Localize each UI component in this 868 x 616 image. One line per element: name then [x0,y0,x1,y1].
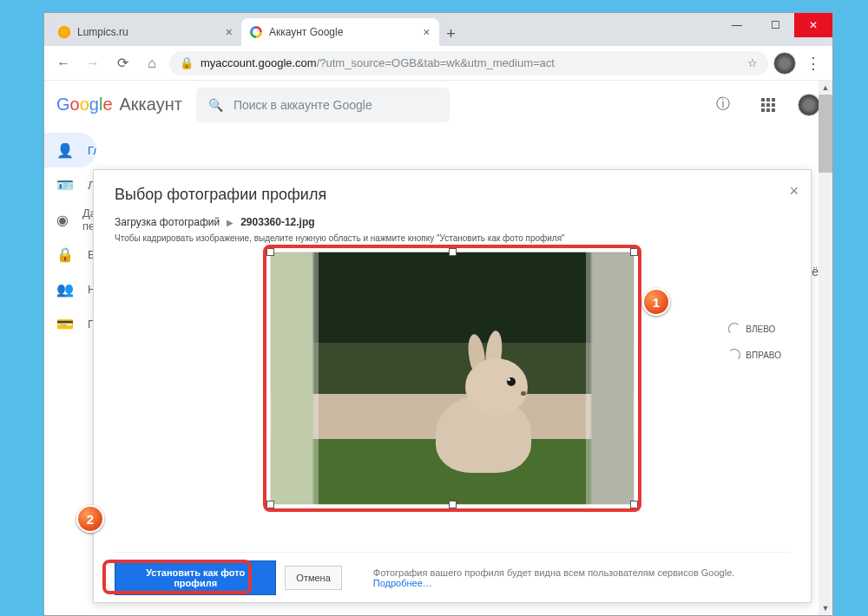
profile-photo-dialog: × Выбор фотографии профиля Загрузка фото… [93,169,812,603]
crop-handle-br[interactable] [630,501,638,508]
back-button[interactable]: ← [51,51,76,75]
scroll-thumb[interactable] [819,95,832,173]
reload-button[interactable]: ⟳ [110,51,135,75]
window-controls: — ☐ ✕ [718,13,832,37]
bookmark-icon[interactable]: ☆ [747,56,758,69]
id-card-icon: 🪪 [56,177,74,193]
lock-icon: 🔒 [180,56,194,69]
tab-lumpics[interactable]: Lumpics.ru × [49,18,241,46]
apps-button[interactable] [753,89,784,121]
account-search[interactable]: 🔍 Поиск в аккаунте Google [196,88,450,122]
rotate-left-icon [728,323,740,335]
lock-icon: 🔒 [56,246,74,263]
scroll-up-icon[interactable]: ▲ [819,81,832,95]
new-tab-button[interactable]: + [439,22,464,46]
sidebar-item-personal-info[interactable]: 🪪Ли [44,167,96,202]
close-icon[interactable]: × [226,25,233,39]
people-icon: 👥 [56,281,74,298]
sidebar-item-home[interactable]: 👤Гл [44,133,96,167]
google-logo: Google [56,95,113,115]
browser-menu-button[interactable]: ⋮ [801,51,825,75]
rotate-right-button[interactable]: ВПРАВО [728,349,781,361]
crop-handle-tl[interactable] [266,248,274,256]
close-window-button[interactable]: ✕ [794,13,832,37]
rotate-controls: ВЛЕВО ВПРАВО [728,323,781,361]
tab-strip: Lumpics.ru × Аккаунт Google × + [44,13,464,46]
account-avatar[interactable] [798,94,820,116]
crop-handle-bl[interactable] [266,501,274,508]
set-profile-photo-button[interactable]: Установить как фото профиля [115,560,276,595]
tab-title: Lumpics.ru [77,26,128,38]
card-icon: 💳 [56,316,74,332]
profile-avatar-button[interactable] [773,52,796,75]
search-icon: 🔍 [208,98,223,112]
footer-note: Фотография вашего профиля будет видна вс… [373,567,790,588]
page-content: Google Аккаунт 🔍 Поиск в аккаунте Google… [44,81,832,615]
minimize-button[interactable]: — [718,13,756,37]
home-button[interactable]: ⌂ [140,51,164,75]
titlebar: Lumpics.ru × Аккаунт Google × + — ☐ ✕ [44,13,832,46]
url-text: myaccount.google.com/?utm_source=OGB&tab… [201,56,555,69]
chevron-right-icon: ▶ [227,218,233,227]
dialog-title: Выбор фотографии профиля [115,186,790,204]
google-bar: Google Аккаунт 🔍 Поиск в аккаунте Google… [44,81,832,129]
url-field[interactable]: 🔒 myaccount.google.com/?utm_source=OGB&t… [169,51,768,75]
crop-handle-tm[interactable] [449,248,457,256]
address-bar: ← → ⟳ ⌂ 🔒 myaccount.google.com/?utm_sour… [44,46,832,81]
crop-handle-bm[interactable] [449,501,457,508]
scroll-down-icon[interactable]: ▼ [819,601,832,615]
dialog-close-button[interactable]: × [789,182,799,200]
sidebar-item-people[interactable]: 👥На [44,272,96,306]
sidebar-item-data[interactable]: ◉Да пе [44,202,96,237]
maximize-button[interactable]: ☐ [756,13,794,37]
breadcrumb: Загрузка фотографий ▶ 2903360-12.jpg [115,216,790,228]
learn-more-link[interactable]: Подробнее… [373,578,432,588]
dialog-footer: Установить как фото профиля Отмена Фотог… [115,552,790,602]
favicon-google [250,26,262,38]
forward-button[interactable]: → [81,51,105,75]
help-button[interactable]: ⓘ [707,89,739,121]
rabbit-image [427,343,540,473]
close-icon[interactable]: × [423,25,430,39]
tab-google-account[interactable]: Аккаунт Google × [241,18,439,46]
callout-badge-2: 2 [76,505,104,533]
rotate-left-button[interactable]: ВЛЕВО [728,323,781,335]
breadcrumb-root[interactable]: Загрузка фотографий [115,216,220,228]
crop-area[interactable] [270,252,635,505]
sidebar: 👤Гл 🪪Ли ◉Да пе 🔒Бе 👥На 💳Пл [44,129,96,615]
search-placeholder: Поиск в аккаунте Google [233,98,372,112]
breadcrumb-file: 2903360-12.jpg [240,216,314,228]
crop-handle-tr[interactable] [630,248,638,256]
scrollbar[interactable]: ▲ ▼ [819,81,832,615]
truncated-text: ё [812,265,819,279]
user-icon: 👤 [56,142,74,159]
browser-window: Lumpics.ru × Аккаунт Google × + — ☐ ✕ ← … [43,12,833,616]
tab-title: Аккаунт Google [269,26,343,38]
callout-badge-1: 1 [642,288,670,316]
crop-hint: Чтобы кадрировать изображение, выделите … [115,233,790,243]
cancel-button[interactable]: Отмена [285,566,341,590]
favicon-lumpics [58,26,70,38]
sidebar-item-payments[interactable]: 💳Пл [44,306,96,341]
account-label: Аккаунт [120,95,182,115]
photo-preview [270,252,635,505]
rotate-right-icon [728,349,740,361]
sidebar-item-security[interactable]: 🔒Бе [44,237,96,272]
toggle-icon: ◉ [56,212,69,228]
